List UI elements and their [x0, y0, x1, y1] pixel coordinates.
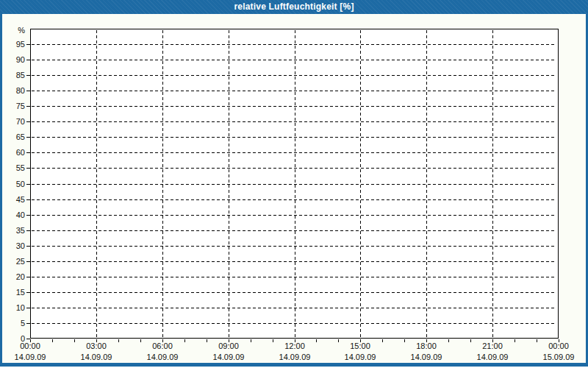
y-tick-label: 40 [4, 211, 25, 219]
y-tick-label: 85 [4, 71, 25, 79]
y-tick-label: 80 [4, 87, 25, 95]
x-tick [74, 339, 75, 342]
x-tick [470, 339, 471, 342]
y-tick-label: 25 [4, 258, 25, 266]
x-tick [514, 339, 515, 342]
y-grid-line [32, 308, 556, 308]
y-tick [26, 261, 30, 262]
y-tick [26, 199, 30, 200]
y-tick-label: 45 [4, 196, 25, 204]
y-tick [26, 184, 30, 185]
x-grid-line [229, 30, 229, 337]
x-date-label: 14.09.09 [139, 353, 186, 361]
x-date-label: 14.09.09 [337, 353, 384, 361]
y-tick-label: 5 [4, 319, 25, 328]
y-tick [26, 277, 30, 277]
x-grid-line [426, 30, 427, 337]
y-tick [26, 121, 30, 122]
y-tick [26, 75, 30, 76]
y-tick-label: 10 [4, 304, 25, 312]
x-tick [184, 339, 185, 342]
x-tick [140, 339, 141, 342]
y-grid-line [32, 60, 556, 60]
y-grid-line [32, 230, 556, 231]
y-grid-line [32, 261, 556, 262]
frame-border-bottom [0, 363, 588, 367]
y-tick [26, 152, 30, 153]
x-tick [52, 339, 53, 342]
y-grid-line [32, 199, 556, 200]
y-grid-line [32, 215, 556, 216]
y-grid-line [32, 106, 556, 107]
x-grid-line [492, 30, 493, 337]
y-grid-line [32, 152, 556, 153]
y-grid-line [32, 91, 556, 91]
x-tick [537, 339, 537, 342]
x-tick [118, 339, 119, 342]
y-tick [26, 246, 30, 247]
x-date-label: 14.09.09 [469, 353, 516, 361]
y-grid-line [32, 121, 556, 122]
x-tick [404, 339, 405, 342]
x-time-label: 00:00 [540, 342, 577, 350]
y-tick-label: 30 [4, 242, 25, 250]
x-tick [251, 339, 251, 342]
y-tick-label: 60 [4, 149, 25, 157]
y-tick-label: 20 [4, 273, 25, 281]
x-tick [448, 339, 449, 342]
x-tick [338, 339, 339, 342]
x-tick [382, 339, 383, 342]
y-grid-line [32, 292, 556, 293]
y-tick [26, 292, 30, 293]
y-tick-label: 95 [4, 40, 25, 49]
y-tick-label: 35 [4, 227, 25, 235]
x-date-label: 14.09.09 [7, 353, 54, 361]
y-tick [26, 137, 30, 138]
x-tick [316, 339, 317, 342]
y-grid-line [32, 75, 556, 76]
y-tick-label: 75 [4, 102, 25, 110]
y-tick [26, 230, 30, 231]
y-tick [26, 323, 30, 324]
y-tick-label: 50 [4, 180, 25, 188]
x-grid-line [162, 30, 163, 337]
y-tick-label: 55 [4, 164, 25, 172]
y-tick [26, 308, 30, 308]
x-grid-line [360, 30, 361, 337]
y-tick-label: 15 [4, 289, 25, 297]
y-grid-line [32, 137, 556, 138]
frame-border-left [0, 14, 2, 367]
y-grid-line [32, 246, 556, 247]
y-tick [26, 168, 30, 169]
y-tick [26, 44, 30, 45]
x-date-label: 14.09.09 [271, 353, 318, 361]
x-time-label: 15:00 [342, 342, 379, 350]
y-tick [26, 215, 30, 216]
x-tick [273, 339, 273, 342]
y-grid-line [32, 277, 556, 277]
x-time-label: 06:00 [144, 342, 181, 350]
y-grid-line [32, 184, 556, 185]
y-tick-label: 65 [4, 133, 25, 141]
x-time-label: 18:00 [408, 342, 445, 350]
window-titlebar: relative Luftfeuchtigkeit [%] [0, 0, 588, 14]
x-date-label: 15.09.09 [535, 353, 582, 361]
y-tick [26, 60, 30, 60]
x-time-label: 09:00 [210, 342, 247, 350]
y-tick [26, 91, 30, 91]
x-date-label: 14.09.09 [403, 353, 450, 361]
x-time-label: 03:00 [78, 342, 115, 350]
y-grid-line [32, 44, 556, 45]
window-title: relative Luftfeuchtigkeit [%] [234, 1, 354, 12]
y-tick-label: 90 [4, 56, 25, 64]
x-tick [207, 339, 207, 342]
x-time-label: 00:00 [12, 342, 49, 350]
x-grid-line [295, 30, 295, 337]
y-axis-unit-label: % [4, 26, 25, 35]
y-tick [26, 106, 30, 107]
x-time-label: 21:00 [474, 342, 511, 350]
x-date-label: 14.09.09 [205, 353, 252, 361]
x-date-label: 14.09.09 [73, 353, 120, 361]
x-time-label: 12:00 [276, 342, 313, 350]
y-grid-line [32, 323, 556, 324]
